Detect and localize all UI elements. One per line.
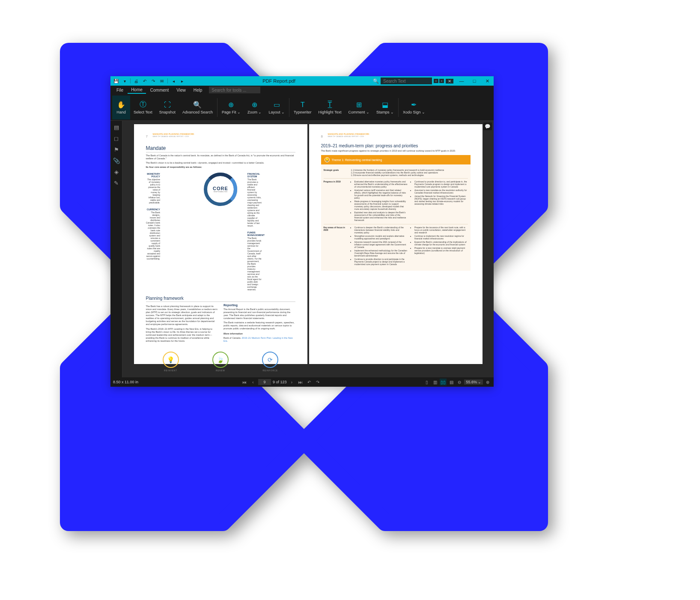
- search-text-input[interactable]: [381, 78, 432, 84]
- left-panel: ▤ ◻ ⚑ 📎 ◈ ✎: [110, 121, 122, 377]
- camera-icon: ⛶: [163, 101, 172, 109]
- first-page-button[interactable]: ⏮: [241, 379, 248, 385]
- layout-single-button[interactable]: ▯: [423, 379, 430, 385]
- page-dimensions: 8.50 x 11.00 in: [113, 380, 138, 384]
- typewriter-button[interactable]: TTypewriter: [290, 96, 315, 119]
- theme-banner: 💡 Theme 1: Reinventing central banking: [321, 155, 471, 164]
- search-icon: 🔍: [373, 78, 379, 84]
- menu-help[interactable]: Help: [190, 87, 206, 93]
- renew-icon: 🍃: [212, 352, 229, 368]
- page-heading: Mandate: [146, 145, 295, 152]
- print-icon[interactable]: 🖨: [133, 78, 139, 84]
- hand-icon: ✋: [117, 101, 125, 109]
- zoom-in-button[interactable]: ⊕: [484, 379, 491, 385]
- menu-view[interactable]: View: [173, 87, 189, 93]
- titlebar: 💾 ▾ 🖨 ↶ ↷ ✉ ◂ ▸ PDF Report.pdf 🔍 ‹ › ✕ —…: [110, 76, 494, 86]
- snapshot-button[interactable]: ⛶Snapshot: [156, 96, 179, 119]
- comments-sidebar-toggle[interactable]: 💬: [483, 122, 492, 130]
- tools-search-input[interactable]: [209, 87, 260, 93]
- highlight-icon: T: [325, 101, 334, 109]
- app-window: 💾 ▾ 🖨 ↶ ↷ ✉ ◂ ▸ PDF Report.pdf 🔍 ‹ › ✕ —…: [110, 76, 494, 387]
- search-prev-button[interactable]: ‹: [434, 79, 438, 83]
- nav-back-button[interactable]: ↶: [306, 379, 313, 385]
- search-close-button[interactable]: ✕: [446, 79, 453, 84]
- close-button[interactable]: ✕: [481, 76, 494, 86]
- titlebar-prev-icon[interactable]: ◂: [170, 78, 176, 84]
- menu-file[interactable]: File: [113, 87, 127, 93]
- menu-home[interactable]: Home: [128, 87, 146, 94]
- core-diagram: CORE RESPONSIBILITIES: [204, 173, 237, 206]
- lightbulb-icon: 💡: [325, 157, 330, 162]
- zoom-level-dropdown[interactable]: 55.6%⌄: [464, 379, 483, 385]
- minimize-button[interactable]: —: [455, 76, 468, 86]
- prev-page-button[interactable]: ‹: [250, 379, 256, 385]
- comment-icon: ⊞: [354, 101, 363, 109]
- attachment-panel-icon[interactable]: 📎: [113, 157, 120, 164]
- statusbar: 8.50 x 11.00 in ⏮ ‹ 9 of 123 › ⏭ ↶ ↷ ▯ ▥…: [110, 377, 494, 387]
- menubar: File Home Comment View Help: [110, 86, 494, 94]
- layout-facing-button[interactable]: ▯▯: [440, 379, 447, 385]
- stamps-button[interactable]: ⬓Stamps ⌄: [373, 96, 397, 119]
- highlight-button[interactable]: THighlight Text: [315, 96, 345, 119]
- select-text-button[interactable]: ⓉSelect Text: [130, 96, 156, 119]
- typewriter-icon: T: [298, 101, 307, 109]
- outline-panel-icon[interactable]: ▤: [113, 123, 120, 131]
- zoom-out-button[interactable]: ⊖: [456, 379, 463, 385]
- layers-panel-icon[interactable]: ◈: [113, 168, 120, 176]
- reinvent-icon: 💡: [163, 352, 179, 368]
- last-page-button[interactable]: ⏭: [297, 379, 304, 385]
- fit-icon: ⊕: [227, 101, 235, 109]
- menu-comment[interactable]: Comment: [147, 87, 172, 93]
- stamp-icon: ⬓: [381, 101, 389, 109]
- text-cursor-icon: Ⓣ: [139, 101, 147, 109]
- search-next-button[interactable]: ›: [439, 79, 444, 83]
- email-icon[interactable]: ✉: [159, 78, 165, 84]
- hand-tool-button[interactable]: ✋Hand: [112, 96, 130, 119]
- zoom-button[interactable]: ⊕Zoom ⌄: [244, 96, 265, 119]
- titlebar-next-icon[interactable]: ▸: [179, 78, 185, 84]
- sign-icon: ✒: [410, 101, 418, 109]
- advanced-search-button[interactable]: 🔍Advanced Search: [179, 96, 216, 119]
- layout-book-button[interactable]: ▤: [448, 379, 455, 385]
- page-total-label: 9 of 123: [273, 380, 287, 384]
- zoom-icon: ⊕: [250, 101, 259, 109]
- document-title: PDF Report.pdf: [185, 78, 373, 84]
- ribbon: ✋Hand ⓉSelect Text ⛶Snapshot 🔍Advanced S…: [110, 94, 494, 121]
- signature-panel-icon[interactable]: ✎: [113, 179, 120, 187]
- comment-button[interactable]: ⊞Comment ⌄: [345, 96, 373, 119]
- search-doc-icon: 🔍: [193, 101, 202, 109]
- page-number-input[interactable]: [258, 379, 271, 385]
- layout-continuous-button[interactable]: ▥: [432, 379, 438, 385]
- redo-icon[interactable]: ↷: [150, 78, 156, 84]
- maximize-button[interactable]: □: [468, 76, 481, 86]
- pdf-viewer[interactable]: 💬 7 MANDATE AND PLANNING FRAMEWORK BANK …: [122, 121, 494, 377]
- pdf-page-right: 8 MANDATE AND PLANNING FRAMEWORK BANK OF…: [309, 124, 483, 364]
- flag-panel-icon[interactable]: ⚑: [113, 146, 120, 153]
- pdf-page-left: 7 MANDATE AND PLANNING FRAMEWORK BANK OF…: [134, 124, 307, 364]
- page-fit-button[interactable]: ⊕Page Fit ⌄: [218, 96, 244, 119]
- layout-button[interactable]: ▭Layout ⌄: [265, 96, 288, 119]
- titlebar-dropdown-icon[interactable]: ▾: [122, 78, 128, 84]
- bookmark-panel-icon[interactable]: ◻: [113, 134, 120, 142]
- nav-forward-button[interactable]: ↷: [314, 379, 321, 385]
- next-page-button[interactable]: ›: [289, 379, 295, 385]
- undo-icon[interactable]: ↶: [142, 78, 148, 84]
- reinforce-icon: ⟳: [262, 352, 278, 368]
- save-icon[interactable]: 💾: [113, 78, 119, 84]
- xodo-sign-button[interactable]: ✒Xodo Sign ⌄: [399, 96, 429, 119]
- layout-icon: ▭: [272, 101, 281, 109]
